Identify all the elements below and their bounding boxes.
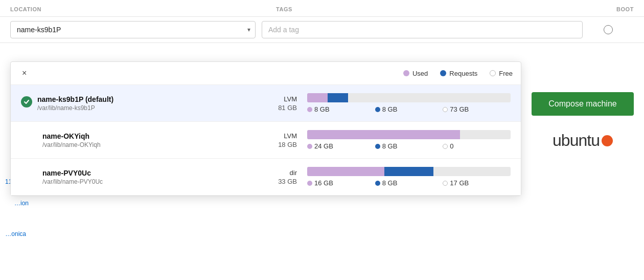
storage-info: name-OKYiqh /var/lib/name-OKYiqh (42, 132, 101, 148)
left-partial-2: …ion (0, 200, 31, 207)
storage-path: /var/lib/name-ks9b1P (37, 104, 113, 112)
bar-labels: 16 GB 8 GB 17 GB (307, 179, 511, 187)
storage-type: dir (246, 169, 297, 177)
bar-free-dot (443, 181, 448, 186)
bar-used (307, 167, 384, 176)
bar-label-used: 24 GB (307, 142, 375, 150)
bar-label-used: 8 GB (307, 105, 375, 113)
legend-used-label: Used (412, 70, 428, 77)
bar-label-requests: 8 GB (375, 142, 443, 150)
bar-used-value: 16 GB (314, 179, 333, 187)
close-button[interactable]: × (19, 68, 30, 78)
ubuntu-text: ubuntu (553, 131, 600, 150)
selected-check-icon (21, 96, 32, 107)
storage-size: 33 GB (246, 178, 297, 185)
storage-name-block: name-PVY0Uc /var/lib/name-PVY0Uc (21, 169, 246, 185)
free-dot (490, 70, 496, 76)
legend-used: Used (403, 70, 428, 77)
storage-size: 18 GB (246, 141, 297, 148)
bar-used-dot (307, 107, 312, 112)
storage-size: 81 GB (246, 104, 297, 112)
location-select-wrap: name-ks9b1P ▾ (10, 21, 256, 38)
storage-info: name-PVY0Uc /var/lib/name-PVY0Uc (42, 169, 103, 185)
legend-requests-label: Requests (449, 70, 477, 77)
storage-path: /var/lib/name-OKYiqh (42, 141, 101, 148)
requests-dot (440, 70, 446, 76)
storage-bar-block: 8 GB 8 GB 73 GB (307, 93, 511, 113)
storage-name-block: name-ks9b1P (default) /var/lib/name-ks9b… (21, 95, 246, 112)
bar-requests-value: 8 GB (382, 105, 398, 113)
storage-info: name-ks9b1P (default) /var/lib/name-ks9b… (37, 95, 113, 112)
storage-row[interactable]: name-OKYiqh /var/lib/name-OKYiqh LVM 18 … (11, 122, 521, 159)
bar-requests-dot (375, 144, 380, 149)
bar-requests-dot (375, 181, 380, 186)
bar-used (307, 130, 460, 139)
bar-free-value: 0 (450, 142, 453, 150)
storage-bar-block: 16 GB 8 GB 17 GB (307, 167, 511, 187)
bar-requests-value: 8 GB (382, 142, 398, 150)
bar-label-requests: 8 GB (375, 105, 443, 113)
bar-requests-value: 8 GB (382, 179, 398, 187)
bar-used-dot (307, 144, 312, 149)
storage-name: name-OKYiqh (42, 132, 101, 140)
bar-label-free: 17 GB (443, 179, 511, 187)
bar-used (307, 93, 328, 102)
storage-dropdown-panel: × Used Requests Free name-ks9b1P (defaul… (10, 61, 521, 196)
ubuntu-logo: ubuntu (553, 131, 613, 150)
bar-free-value: 73 GB (450, 105, 469, 113)
bar-labels: 24 GB 8 GB 0 (307, 142, 511, 150)
storage-bar-block: 24 GB 8 GB 0 (307, 130, 511, 150)
storage-name: name-PVY0Uc (42, 169, 103, 177)
storage-type-block: dir 33 GB (246, 169, 307, 185)
bar-label-free: 0 (443, 142, 511, 150)
left-partial-3: …onica (0, 230, 28, 238)
location-column-header: LOCATION (10, 6, 276, 12)
used-dot (403, 70, 409, 76)
storage-type: LVM (246, 132, 297, 140)
storage-type-block: LVM 18 GB (246, 132, 307, 148)
storage-bar-track (307, 167, 511, 176)
bar-requests-dot (375, 107, 380, 112)
storage-bar-track (307, 130, 511, 139)
storage-type-block: LVM 81 GB (246, 95, 307, 112)
storage-path: /var/lib/name-PVY0Uc (42, 178, 103, 185)
ubuntu-circle-icon (602, 135, 613, 146)
storage-name-block: name-OKYiqh /var/lib/name-OKYiqh (21, 132, 246, 148)
legend-row: × Used Requests Free (11, 62, 521, 85)
bar-requests (384, 167, 433, 176)
bar-used-value: 24 GB (314, 142, 333, 150)
right-panel: Compose machine ubuntu (521, 0, 644, 280)
storage-row[interactable]: name-PVY0Uc /var/lib/name-PVY0Uc dir 33 … (11, 159, 521, 196)
bar-requests (328, 93, 348, 102)
bar-label-used: 16 GB (307, 179, 375, 187)
storage-row[interactable]: name-ks9b1P (default) /var/lib/name-ks9b… (11, 85, 521, 122)
bar-label-requests: 8 GB (375, 179, 443, 187)
bar-used-value: 8 GB (314, 105, 330, 113)
legend-free-label: Free (499, 70, 513, 77)
bar-free-dot (443, 107, 448, 112)
storage-type: LVM (246, 95, 297, 103)
bar-used-dot (307, 181, 312, 186)
storage-name: name-ks9b1P (default) (37, 95, 113, 103)
bar-label-free: 73 GB (443, 105, 511, 113)
legend-free: Free (490, 70, 513, 77)
bar-free-dot (443, 144, 448, 149)
bar-labels: 8 GB 8 GB 73 GB (307, 105, 511, 113)
legend-requests: Requests (440, 70, 477, 77)
bar-free-value: 17 GB (450, 179, 469, 187)
storage-bar-track (307, 93, 511, 102)
location-select[interactable]: name-ks9b1P (10, 21, 256, 38)
compose-machine-button[interactable]: Compose machine (532, 92, 634, 116)
